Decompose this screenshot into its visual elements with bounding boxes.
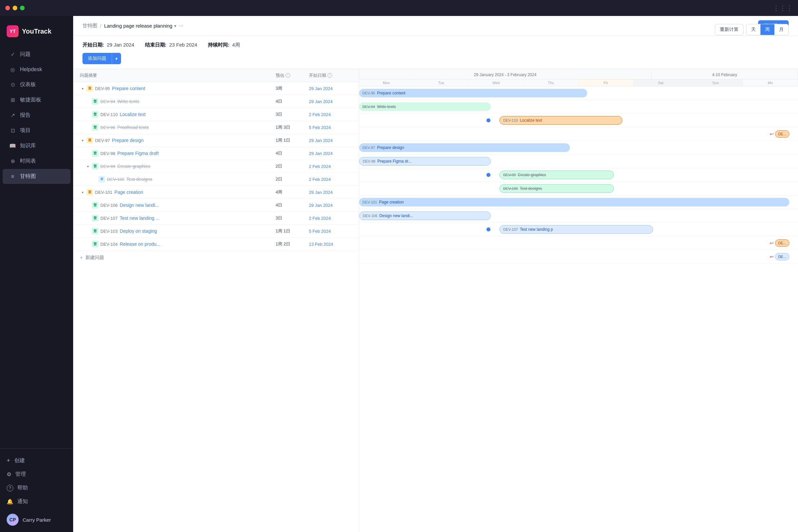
table-header: 问题摘要 预估 i 开始日期 i (73, 69, 359, 82)
table-row[interactable]: 普 DEV-110 Localize text 3日 2 Feb 2024 (73, 108, 359, 121)
table-row[interactable]: 普 DEV-94 Write texts 4日 29 Jan 2024 (73, 95, 359, 108)
sidebar-item-agile[interactable]: ⊞ 敏捷面板 (3, 92, 71, 108)
table-row[interactable]: ▾ 重 DEV-95 Prepare content 3周 29 Jan 202… (73, 82, 359, 95)
table-row[interactable]: 普 DEV-98 Prepare Figma draft 4日 29 Jan 2… (73, 147, 359, 160)
gantt-bar[interactable]: DEV-98 Prepare Figma dr... (359, 157, 491, 166)
more-options-icon[interactable]: ··· (179, 23, 183, 29)
estimate-value: 4日 (276, 202, 309, 208)
table-row[interactable]: 普 DEV-106 Design new landi... 4日 29 Jan … (73, 199, 359, 212)
expand-placeholder (85, 215, 91, 221)
sidebar-item-timesheet[interactable]: ⊗ 时间表 (3, 154, 71, 169)
issue-title[interactable]: Prepare content (112, 86, 276, 91)
gantt-bar[interactable]: DEV-101 Page creation (359, 198, 790, 207)
table-row[interactable]: 不 DEV-100 Test designs 2日 2 Feb 2024 (73, 173, 359, 186)
estimate-value: 3日 (276, 215, 309, 221)
breadcrumb-page[interactable]: Landing page release planning (104, 23, 172, 28)
sidebar-nav: ✓ 问题 ◎ Helpdesk ⊙ 仪表板 ⊞ 敏捷面板 ↗ 报告 ⊡ 项目 (0, 44, 73, 448)
connector-node (487, 118, 491, 122)
table-row[interactable]: 普 DEV-96 Proofread texts 1周 3日 5 Feb 202… (73, 121, 359, 134)
view-day-button[interactable]: 天 (746, 24, 760, 35)
gantt-bar[interactable]: DEV-100 Test designs (499, 184, 613, 193)
issue-title[interactable]: Localize text (120, 112, 276, 117)
window-more-icon[interactable]: ⋮⋮⋮ (773, 4, 793, 12)
gantt-icon: ≡ (9, 173, 16, 180)
start-value: 29 Jan 2024 (309, 151, 352, 156)
create-action[interactable]: + 创建 (3, 454, 71, 468)
expand-icon[interactable]: ▾ (85, 164, 91, 169)
table-row[interactable]: 普 DEV-107 Test new landing ... 3日 2 Feb … (73, 212, 359, 225)
collapse-button[interactable]: « 折叠 (3, 530, 71, 532)
issue-title[interactable]: Prepare design (112, 138, 276, 143)
notifications-action[interactable]: 🔔 通知 (3, 495, 71, 508)
sidebar-item-dashboard[interactable]: ⊙ 仪表板 (3, 77, 71, 92)
recalc-button[interactable]: 重新计算 (715, 24, 743, 35)
gantt-day: Sat (633, 79, 688, 86)
overflow-indicator: ↩ DE... (770, 240, 789, 247)
duration-label: 持续时间: (208, 42, 229, 48)
table-row[interactable]: ▾ 重 DEV-97 Prepare design 1周 1日 29 Jan 2… (73, 134, 359, 147)
gantt-bar[interactable]: DEV-95 Prepare content (359, 89, 587, 97)
sidebar-item-reports[interactable]: ↗ 报告 (3, 108, 71, 123)
issue-title[interactable]: Proofread texts (117, 125, 276, 130)
start-date-label: 开始日期: (82, 42, 104, 48)
add-issue-button[interactable]: 添加问题 (82, 53, 112, 64)
gantt-section: 29 January 2024 - 3 February 2024 4-10 F… (359, 69, 798, 532)
table-row[interactable]: 普 DEV-103 Deploy on staging 1周 1日 5 Feb … (73, 225, 359, 238)
gantt-day: Thu (524, 79, 578, 86)
logo-icon: YT (7, 25, 19, 37)
agile-icon: ⊞ (9, 97, 16, 103)
expand-icon[interactable]: ▾ (80, 86, 85, 91)
gantt-bar[interactable]: DEV-110 Localize text (499, 116, 623, 125)
sidebar-item-label: 问题 (20, 51, 31, 58)
view-week-button[interactable]: 周 (760, 24, 774, 35)
chevron-down-icon[interactable]: ▾ (174, 24, 176, 28)
expand-icon[interactable]: ▾ (80, 138, 85, 143)
sidebar-item-helpdesk[interactable]: ◎ Helpdesk (3, 62, 71, 77)
add-issue-row[interactable]: + 新建问题 (73, 251, 359, 265)
expand-placeholder (85, 228, 91, 234)
issue-title[interactable]: Test designs (126, 176, 276, 182)
gantt-bar[interactable]: DEV-97 Prepare design (359, 143, 570, 152)
issue-title[interactable]: Create graphics (117, 164, 276, 169)
gantt-row: DEV-97 Prepare design (359, 141, 798, 155)
add-issue-dropdown-button[interactable]: ▾ (112, 53, 121, 64)
view-month-button[interactable]: 月 (774, 24, 788, 35)
user-profile[interactable]: CP Carry Parker (3, 510, 71, 530)
estimate-info-icon[interactable]: i (286, 73, 290, 78)
expand-icon[interactable]: ▾ (80, 190, 85, 195)
help-action[interactable]: ? 帮助 (3, 481, 71, 495)
issue-title[interactable]: Test new landing ... (120, 215, 276, 221)
sidebar-item-projects[interactable]: ⊡ 项目 (3, 123, 71, 138)
maximize-button[interactable] (20, 6, 25, 10)
gantt-bar[interactable]: DEV-107 Test new landing p (499, 225, 653, 234)
issues-icon: ✓ (9, 51, 16, 58)
sidebar-logo[interactable]: YT YouTrack (0, 16, 73, 44)
sidebar-item-knowledge[interactable]: 📖 知识库 (3, 138, 71, 153)
gantt-bar[interactable]: DEV-106 Design new landi... (359, 211, 491, 220)
breadcrumb-root[interactable]: 甘特图 (82, 23, 97, 29)
breadcrumb-current: Landing page release planning ▾ (104, 23, 176, 28)
sidebar-item-issues[interactable]: ✓ 问题 (3, 47, 71, 62)
sidebar-item-label: 项目 (20, 127, 31, 134)
issue-id: DEV-107 (100, 216, 118, 221)
table-row[interactable]: ▾ 普 DEV-99 Create graphics 2日 2 Feb 2024 (73, 160, 359, 173)
issue-title[interactable]: Page creation (114, 190, 276, 195)
minimize-button[interactable] (13, 6, 17, 10)
issue-id: DEV-98 (100, 151, 115, 156)
issue-title[interactable]: Prepare Figma draft (117, 151, 276, 156)
end-date-label: 结束日期: (145, 42, 167, 48)
close-button[interactable] (5, 6, 10, 10)
issue-title[interactable]: Write texts (117, 99, 276, 104)
gantt-row: DEV-99 Create graphics (359, 168, 798, 182)
issue-title[interactable]: Design new landi... (120, 203, 276, 208)
manage-action[interactable]: ⚙ 管理 (3, 468, 71, 481)
sidebar-item-gantt[interactable]: ≡ 甘特图 (3, 169, 71, 184)
start-date-value: 29 Jan 2024 (107, 42, 134, 48)
table-row[interactable]: 普 DEV-104 Release on produ... 1周 2日 13 F… (73, 238, 359, 251)
gantt-bar[interactable]: DEV-94 Write texts (359, 102, 491, 111)
gantt-bar[interactable]: DEV-99 Create graphics (499, 171, 613, 179)
issue-title[interactable]: Deploy on staging (120, 228, 276, 234)
issue-title[interactable]: Release on produ... (120, 241, 276, 247)
start-info-icon[interactable]: i (327, 73, 332, 78)
table-row[interactable]: ▾ 重 DEV-101 Page creation 4周 29 Jan 2024 (73, 186, 359, 199)
